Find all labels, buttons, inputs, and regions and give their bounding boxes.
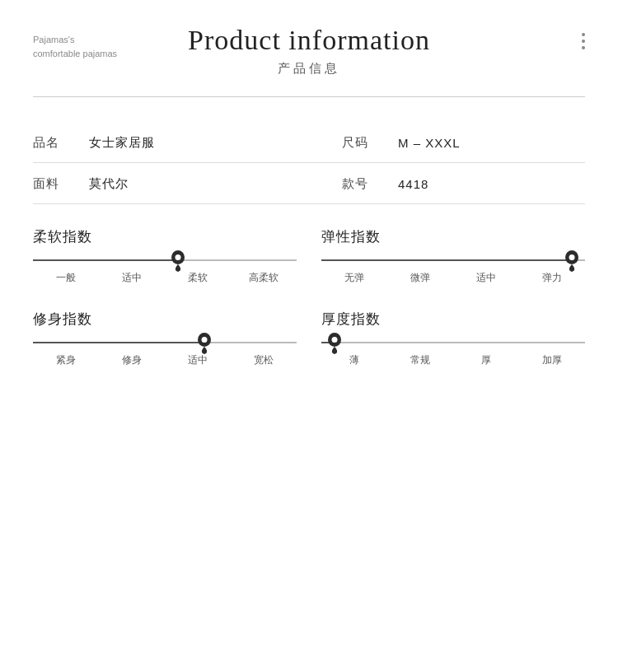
slider-label-1-3: 弹力 bbox=[519, 271, 585, 285]
index-block-3: 厚度指数 薄常规厚加厚 bbox=[321, 310, 585, 367]
info-right-0: 尺码M – XXXL bbox=[309, 122, 585, 163]
index-section: 柔软指数 一般适中柔软高柔软弹性指数 无弹微弹适中弹力修身指数 紧身修身适中宽松… bbox=[33, 227, 585, 367]
info-right-value-1: 4418 bbox=[398, 177, 428, 191]
pin-marker-3 bbox=[325, 331, 344, 354]
info-right-value-0: M – XXXL bbox=[398, 136, 461, 150]
info-left-0: 品名女士家居服 bbox=[33, 122, 309, 163]
slider-labels-0: 一般适中柔软高柔软 bbox=[33, 271, 297, 285]
index-block-2: 修身指数 紧身修身适中宽松 bbox=[33, 310, 297, 367]
index-title-1: 弹性指数 bbox=[321, 227, 585, 246]
slider-label-2-1: 修身 bbox=[99, 353, 165, 367]
index-title-0: 柔软指数 bbox=[33, 227, 297, 246]
slider-label-0-2: 柔软 bbox=[165, 271, 231, 285]
slider-labels-2: 紧身修身适中宽松 bbox=[33, 353, 297, 367]
info-right-label-1: 款号 bbox=[342, 176, 382, 192]
dot-3 bbox=[582, 46, 585, 49]
info-left-label-1: 面料 bbox=[33, 176, 73, 192]
index-grid: 柔软指数 一般适中柔软高柔软弹性指数 无弹微弹适中弹力修身指数 紧身修身适中宽松… bbox=[33, 227, 585, 367]
info-right-1: 款号4418 bbox=[309, 163, 585, 204]
slider-label-3-2: 厚 bbox=[453, 353, 519, 367]
pin-marker-1 bbox=[563, 249, 581, 272]
slider-label-2-2: 适中 bbox=[165, 353, 231, 367]
index-block-0: 柔软指数 一般适中柔软高柔软 bbox=[33, 227, 297, 285]
index-block-1: 弹性指数 无弹微弹适中弹力 bbox=[321, 227, 585, 285]
header-divider bbox=[33, 96, 585, 97]
index-title-3: 厚度指数 bbox=[321, 310, 585, 329]
info-left-value-0: 女士家居服 bbox=[89, 135, 155, 151]
subtitle: Pajamas's comfortable pajamas bbox=[33, 33, 117, 60]
info-left-1: 面料莫代尔 bbox=[33, 163, 309, 204]
slider-labels-1: 无弹微弹适中弹力 bbox=[321, 271, 585, 285]
slider-label-0-0: 一般 bbox=[33, 271, 99, 285]
slider-track-1 bbox=[321, 259, 585, 261]
svg-point-3 bbox=[569, 254, 575, 260]
pin-marker-0 bbox=[169, 249, 187, 272]
slider-filled-1 bbox=[321, 259, 572, 261]
slider-label-0-1: 适中 bbox=[99, 271, 165, 285]
dot-2 bbox=[582, 40, 585, 43]
info-right-label-0: 尺码 bbox=[342, 135, 382, 151]
slider-label-1-1: 微弹 bbox=[387, 271, 453, 285]
slider-track-2 bbox=[33, 342, 297, 343]
slider-label-3-0: 薄 bbox=[321, 353, 387, 367]
info-table: 品名女士家居服尺码M – XXXL面料莫代尔款号4418 bbox=[33, 122, 585, 204]
slider-track-3 bbox=[321, 342, 585, 343]
slider-filled-2 bbox=[33, 342, 204, 343]
slider-label-2-0: 紧身 bbox=[33, 353, 99, 367]
slider-label-2-3: 宽松 bbox=[231, 353, 297, 367]
header: Pajamas's comfortable pajamas Product in… bbox=[33, 25, 585, 85]
info-row-0: 品名女士家居服尺码M – XXXL bbox=[33, 122, 585, 163]
page-container: Pajamas's comfortable pajamas Product in… bbox=[0, 0, 618, 672]
slider-filled-0 bbox=[33, 259, 178, 261]
pin-marker-2 bbox=[195, 331, 213, 354]
dot-1 bbox=[582, 33, 585, 36]
dots-menu[interactable] bbox=[582, 33, 585, 49]
slider-label-3-3: 加厚 bbox=[519, 353, 585, 367]
index-title-2: 修身指数 bbox=[33, 310, 297, 329]
slider-label-0-3: 高柔软 bbox=[231, 271, 297, 285]
svg-point-1 bbox=[176, 254, 181, 260]
slider-labels-3: 薄常规厚加厚 bbox=[321, 353, 585, 367]
info-left-value-1: 莫代尔 bbox=[89, 176, 129, 192]
slider-label-3-1: 常规 bbox=[387, 353, 453, 367]
svg-point-7 bbox=[332, 337, 338, 343]
slider-label-1-0: 无弹 bbox=[321, 271, 387, 285]
slider-track-0 bbox=[33, 259, 297, 261]
svg-point-5 bbox=[202, 337, 208, 343]
slider-label-1-2: 适中 bbox=[453, 271, 519, 285]
info-row-1: 面料莫代尔款号4418 bbox=[33, 163, 585, 204]
title-cn: 产品信息 bbox=[33, 61, 585, 77]
info-left-label-0: 品名 bbox=[33, 135, 73, 151]
